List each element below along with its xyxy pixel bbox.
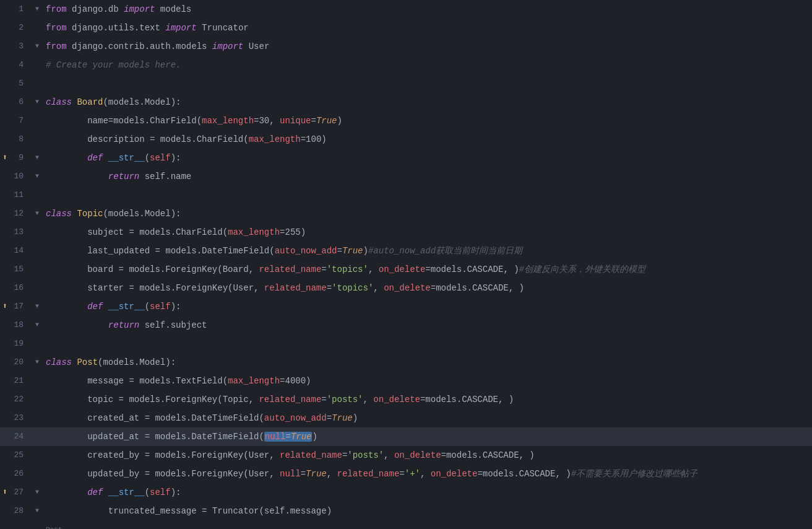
line-18: 18 return self.subject xyxy=(0,316,812,334)
line-number-6: 6 xyxy=(0,93,31,111)
fold-arrow-3[interactable] xyxy=(35,37,39,56)
code-12: class Topic(models.Model): xyxy=(43,204,812,223)
line-23: 23 created_at = models.DateTimeField(aut… xyxy=(0,409,812,427)
line-11: 11 xyxy=(0,186,812,204)
fold-arrow-27[interactable] xyxy=(35,483,39,502)
line-number-21: 21 xyxy=(0,372,31,390)
code-9: def __str__(self): xyxy=(43,149,812,167)
line-number-10: 10 xyxy=(0,167,31,186)
line-number-24: 24 xyxy=(0,427,31,446)
gutter-28 xyxy=(31,502,43,520)
line-number-27: ⬆27 xyxy=(0,483,31,502)
line-number-1: 1 xyxy=(0,0,31,19)
gutter-1 xyxy=(31,0,43,19)
code-14: last_updated = models.DateTimeField(auto… xyxy=(43,242,812,260)
line-5: 5 xyxy=(0,74,812,93)
line-number-19: 19 xyxy=(0,334,31,353)
code-24: updated_at = models.DateTimeField(null=T… xyxy=(43,427,812,446)
line-28: 28 truncated_message = Truncator(self.me… xyxy=(0,502,812,520)
fold-arrow-6[interactable] xyxy=(35,93,39,111)
line-number-16: 16 xyxy=(0,279,31,297)
code-20: class Post(models.Model): xyxy=(43,353,812,372)
line-number-22: 22 xyxy=(0,390,31,409)
gutter-6 xyxy=(31,93,43,111)
gutter-20 xyxy=(31,353,43,372)
line-24: 24 updated_at = models.DateTimeField(nul… xyxy=(0,427,812,446)
line-16: 16 starter = models.ForeignKey(User, rel… xyxy=(0,279,812,297)
code-25: created_by = models.ForeignKey(User, rel… xyxy=(43,446,812,465)
line-27: ⬆27 def __str__(self): xyxy=(0,483,812,502)
fold-arrow-10[interactable] xyxy=(35,167,39,186)
line-19: 19 xyxy=(0,334,812,353)
line-29-partial: Post xyxy=(0,520,812,529)
code-1: from django.db import models xyxy=(43,0,812,19)
line-15: 15 board = models.ForeignKey(Board, rela… xyxy=(0,260,812,279)
code-26: updated_by = models.ForeignKey(User, nul… xyxy=(43,465,812,483)
line-number-26: 26 xyxy=(0,465,31,483)
gutter-27 xyxy=(31,483,43,502)
line-number-9: ⬆9 xyxy=(0,149,31,167)
code-28: truncated_message = Truncator(self.messa… xyxy=(43,502,812,520)
line-14: 14 last_updated = models.DateTimeField(a… xyxy=(0,242,812,260)
code-21: message = models.TextField(max_length=40… xyxy=(43,372,812,390)
fold-arrow-18[interactable] xyxy=(35,316,39,334)
gutter-17 xyxy=(31,297,43,316)
code-23: created_at = models.DateTimeField(auto_n… xyxy=(43,409,812,427)
line-number-28: 28 xyxy=(0,502,31,520)
code-editor[interactable]: 1 from django.db import models 2 from dj… xyxy=(0,0,812,529)
line-number-4: 4 xyxy=(0,56,31,74)
line-number-25: 25 xyxy=(0,446,31,465)
line-number-14: 14 xyxy=(0,242,31,260)
line-8: 8 description = models.CharField(max_len… xyxy=(0,130,812,149)
gutter-9 xyxy=(31,149,43,167)
line-9: ⬆9 def __str__(self): xyxy=(0,149,812,167)
code-18: return self.subject xyxy=(43,316,812,334)
fold-arrow-17[interactable] xyxy=(35,297,39,316)
line-number-8: 8 xyxy=(0,130,31,149)
fold-arrow-9[interactable] xyxy=(35,149,39,167)
line-17: ⬆17 def __str__(self): xyxy=(0,297,812,316)
line-13: 13 subject = models.CharField(max_length… xyxy=(0,223,812,242)
line-2: 2 from django.utils.text import Truncato… xyxy=(0,19,812,37)
code-4: # Create your models here. xyxy=(43,56,812,74)
line-number-20: 20 xyxy=(0,353,31,372)
code-13: subject = models.CharField(max_length=25… xyxy=(43,223,812,242)
code-29: Post xyxy=(43,520,812,529)
line-number-17: ⬆17 xyxy=(0,297,31,316)
line-number-11: 11 xyxy=(0,186,31,204)
fold-arrow-20[interactable] xyxy=(35,353,39,372)
line-26: 26 updated_by = models.ForeignKey(User, … xyxy=(0,465,812,483)
gutter-12 xyxy=(31,204,43,223)
code-27: def __str__(self): xyxy=(43,483,812,502)
code-16: starter = models.ForeignKey(User, relate… xyxy=(43,279,812,297)
code-2: from django.utils.text import Truncator xyxy=(43,19,812,37)
line-7: 7 name=models.CharField(max_length=30, u… xyxy=(0,111,812,130)
line-20: 20 class Post(models.Model): xyxy=(0,353,812,372)
fold-arrow-28[interactable] xyxy=(35,502,39,520)
fold-arrow-12[interactable] xyxy=(35,204,39,223)
fold-arrow-1[interactable] xyxy=(35,0,39,19)
gutter-3 xyxy=(31,37,43,56)
code-8: description = models.CharField(max_lengt… xyxy=(43,130,812,149)
line-number-5: 5 xyxy=(0,74,31,93)
code-lines: 1 from django.db import models 2 from dj… xyxy=(0,0,812,529)
line-10: 10 return self.name xyxy=(0,167,812,186)
line-4: 4 # Create your models here. xyxy=(0,56,812,74)
gutter-18 xyxy=(31,316,43,334)
code-15: board = models.ForeignKey(Board, related… xyxy=(43,260,812,279)
line-number-23: 23 xyxy=(0,409,31,427)
code-10: return self.name xyxy=(43,167,812,186)
code-3: from django.contrib.auth.models import U… xyxy=(43,37,812,56)
line-22: 22 topic = models.ForeignKey(Topic, rela… xyxy=(0,390,812,409)
line-21: 21 message = models.TextField(max_length… xyxy=(0,372,812,390)
line-number-13: 13 xyxy=(0,223,31,242)
line-6: 6 class Board(models.Model): xyxy=(0,93,812,111)
line-12: 12 class Topic(models.Model): xyxy=(0,204,812,223)
line-3: 3 from django.contrib.auth.models import… xyxy=(0,37,812,56)
line-number-2: 2 xyxy=(0,19,31,37)
code-7: name=models.CharField(max_length=30, uni… xyxy=(43,111,812,130)
line-25: 25 created_by = models.ForeignKey(User, … xyxy=(0,446,812,465)
gutter-10 xyxy=(31,167,43,186)
line-1: 1 from django.db import models xyxy=(0,0,812,19)
line-number-12: 12 xyxy=(0,204,31,223)
